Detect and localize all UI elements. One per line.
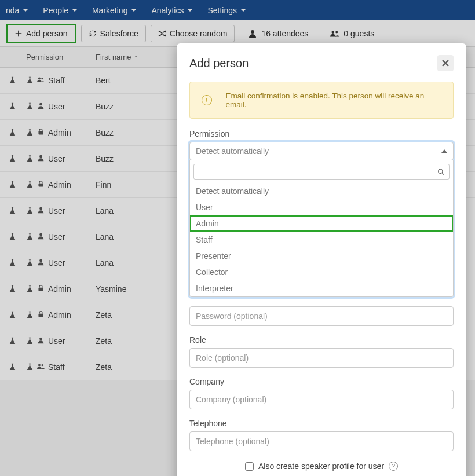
telephone-input[interactable] [189,431,454,451]
permission-option-staff[interactable]: Staff [190,232,453,248]
permission-option-collector[interactable]: Collector [190,264,453,280]
permission-option-admin[interactable]: Admin [190,215,453,232]
close-icon [441,59,450,67]
permission-dropdown: Detect automaticallyUserAdminStaffPresen… [189,160,454,297]
speaker-profile-checkbox[interactable] [245,462,254,471]
dropdown-search-input[interactable] [193,164,450,180]
chevron-up-icon [441,149,447,153]
alert-text: Email confirmation is enabled. This pers… [226,91,441,109]
telephone-label: Telephone [189,419,454,428]
speaker-profile-link[interactable]: speaker profile [301,462,355,471]
permission-select[interactable]: Detect automatically [189,142,454,160]
password-input[interactable] [189,306,454,326]
role-input[interactable] [189,348,454,368]
email-alert: ! Email confirmation is enabled. This pe… [189,82,454,119]
role-label: Role [189,335,454,345]
help-icon[interactable]: ? [389,462,398,471]
permission-option-presenter[interactable]: Presenter [190,248,453,264]
search-icon [437,168,445,175]
permission-option-detect-automatically[interactable]: Detect automatically [190,183,453,199]
info-icon: ! [202,95,212,105]
permission-label: Permission [189,129,454,138]
speaker-checkbox-label: Also create speaker profile for user [258,462,384,471]
svg-point-17 [439,169,443,173]
modal-title: Add person [189,57,249,70]
company-label: Company [189,377,454,386]
permission-option-interpreter[interactable]: Interpreter [190,280,453,296]
add-person-modal: Add person ! Email confirmation is enabl… [177,43,466,476]
permission-option-user[interactable]: User [190,199,453,215]
company-input[interactable] [189,390,454,409]
close-button[interactable] [437,55,454,71]
